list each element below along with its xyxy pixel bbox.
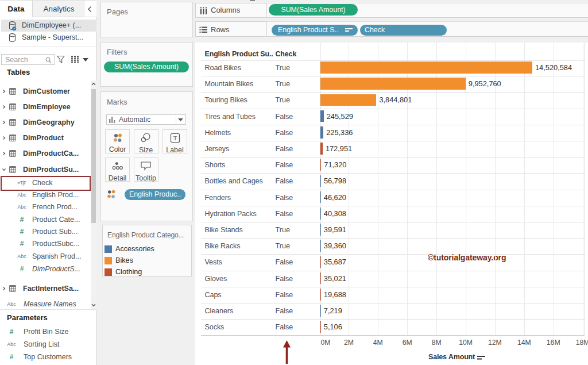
svg-text:T: T (173, 135, 177, 141)
